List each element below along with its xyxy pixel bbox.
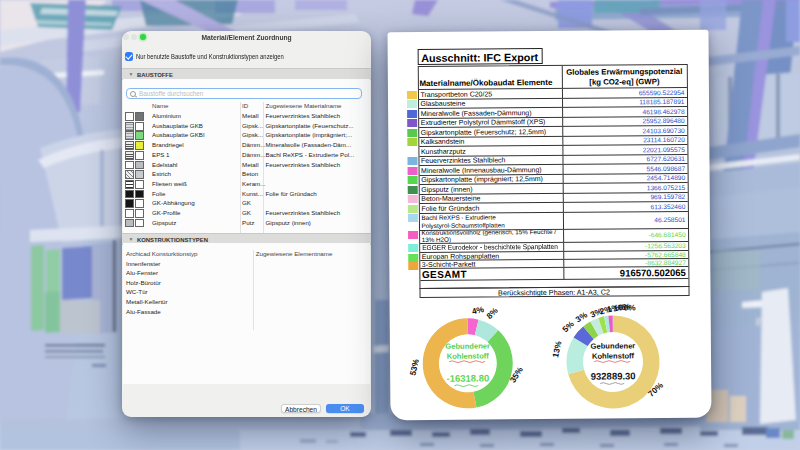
svg-text:Kohlenstoff: Kohlenstoff	[447, 351, 490, 360]
svg-text:Kohlenstoff: Kohlenstoff	[592, 351, 635, 360]
svg-text:Gebundener: Gebundener	[591, 341, 636, 350]
svg-text:5%: 5%	[560, 318, 576, 334]
svg-text:53%: 53%	[407, 357, 421, 376]
svg-text:4%: 4%	[471, 303, 486, 316]
svg-text:932889.30: 932889.30	[591, 370, 636, 381]
svg-text:0%: 0%	[624, 302, 637, 312]
svg-text:13%: 13%	[550, 339, 563, 358]
svg-text:3%: 3%	[573, 309, 589, 324]
svg-text:-16318.80: -16318.80	[446, 372, 489, 383]
svg-text:Gebundener: Gebundener	[445, 341, 490, 350]
svg-text:8%: 8%	[484, 304, 500, 320]
